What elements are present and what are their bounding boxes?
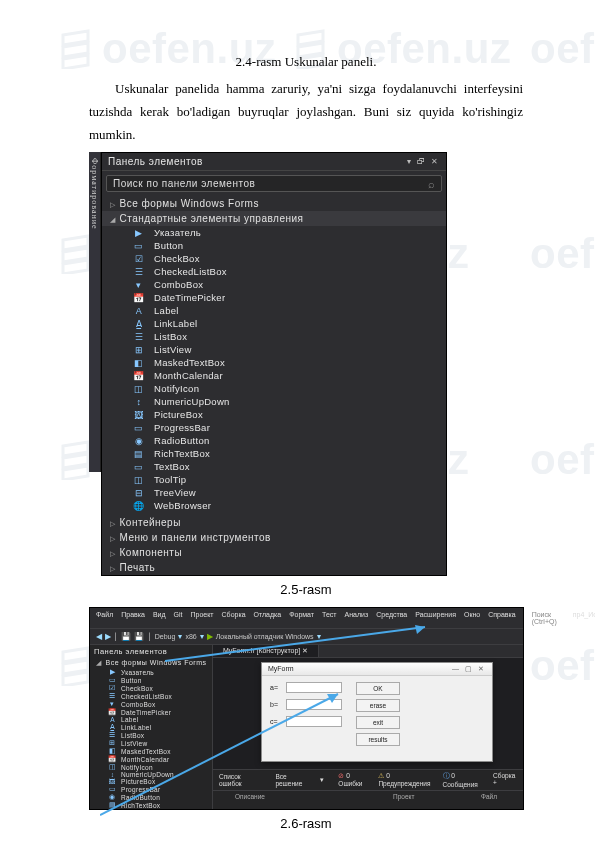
tool-item[interactable]: ◫NotifyIcon: [90, 763, 212, 771]
tool-label: DateTimePicker: [121, 709, 171, 716]
fwd-icon[interactable]: ▶: [105, 632, 111, 641]
toolbox-search[interactable]: Поиск по панели элементов ⌕: [106, 175, 442, 192]
solution-combo[interactable]: Все решение: [275, 773, 310, 787]
section-collapsed[interactable]: Меню и панели инструментов: [102, 530, 446, 545]
tool-item[interactable]: ◉RadioButton: [90, 793, 212, 801]
body-paragraph: Uskunalar panelida hamma zaruriy, ya'ni …: [89, 78, 523, 146]
back-icon[interactable]: ◀: [96, 632, 102, 641]
tool-item[interactable]: ☑CheckBox: [102, 252, 446, 265]
form-button[interactable]: erase: [356, 699, 400, 712]
tool-item[interactable]: ☰CheckedListBox: [90, 692, 212, 700]
tool-icon: 🌐: [132, 501, 146, 511]
form-button[interactable]: exit: [356, 716, 400, 729]
chevron-down-icon[interactable]: ▾: [178, 632, 182, 641]
ide-designer[interactable]: MyForm — ▢ ✕ a=b=c= OKeraseexitresults: [213, 658, 523, 769]
tool-item[interactable]: ▾ComboBox: [102, 278, 446, 291]
tool-item[interactable]: ▭Button: [102, 239, 446, 252]
error-filter[interactable]: 0 Предупреждения: [378, 772, 434, 788]
section-std-controls[interactable]: Стандартные элементы управления: [102, 211, 446, 226]
tool-item[interactable]: ▭Button: [90, 676, 212, 684]
chevron-down-icon[interactable]: ▾: [320, 776, 324, 784]
figure-caption-26: 2.6-rasm: [89, 816, 523, 831]
tool-item[interactable]: 🖼PictureBox: [102, 408, 446, 421]
saveall-icon[interactable]: 💾: [134, 632, 144, 641]
form-textbox[interactable]: [286, 716, 342, 727]
menu-item[interactable]: Файл: [96, 611, 113, 625]
menu-item[interactable]: Отладка: [254, 611, 282, 625]
menu-item[interactable]: Сборка: [222, 611, 246, 625]
form-textbox[interactable]: [286, 699, 342, 710]
tool-item[interactable]: 🖼PictureBox: [90, 778, 212, 785]
tool-item[interactable]: ALabel: [102, 304, 446, 317]
menu-item[interactable]: Вид: [153, 611, 166, 625]
tool-item[interactable]: ⊟TreeView: [102, 486, 446, 499]
tool-item[interactable]: ⊞ListView: [90, 739, 212, 747]
menu-item[interactable]: Проект: [191, 611, 214, 625]
tool-item[interactable]: ▭ProgressBar: [90, 785, 212, 793]
chevron-down-icon[interactable]: ▾: [200, 632, 204, 641]
tool-item[interactable]: ◫ToolTip: [102, 473, 446, 486]
menu-item[interactable]: Средства: [376, 611, 407, 625]
section-collapsed[interactable]: Контейнеры: [102, 515, 446, 530]
tool-item[interactable]: ▶Указатель: [90, 668, 212, 676]
form-button[interactable]: OK: [356, 682, 400, 695]
menu-item[interactable]: Git: [174, 611, 183, 625]
section-all-forms[interactable]: Все формы Windows Forms: [102, 196, 446, 211]
tool-item[interactable]: ▶Указатель: [102, 226, 446, 239]
tool-item[interactable]: ⊞ListView: [102, 343, 446, 356]
menu-item[interactable]: Анализ: [345, 611, 369, 625]
winform-preview[interactable]: MyForm — ▢ ✕ a=b=c= OKeraseexitresults: [261, 662, 493, 762]
menu-item[interactable]: Справка: [488, 611, 515, 625]
tool-item[interactable]: ◧MaskedTextBox: [102, 356, 446, 369]
menu-item[interactable]: Окно: [464, 611, 480, 625]
menu-item[interactable]: Формат: [289, 611, 314, 625]
chevron-down-icon[interactable]: ▾: [317, 632, 321, 641]
tool-item[interactable]: ▤RichTextBox: [90, 801, 212, 809]
debug-combo[interactable]: Debug: [155, 633, 176, 640]
section-collapsed[interactable]: Печать: [102, 560, 446, 575]
tool-item[interactable]: 📅DateTimePicker: [90, 708, 212, 716]
tool-label: CheckBox: [121, 685, 153, 692]
section-collapsed[interactable]: Компоненты: [102, 545, 446, 560]
titlebar-icons[interactable]: ▾ 🗗 ✕: [407, 157, 440, 166]
start-icon[interactable]: ▶: [207, 632, 213, 641]
tool-item[interactable]: ☑CheckBox: [90, 684, 212, 692]
tool-item[interactable]: ▭TextBox: [102, 460, 446, 473]
close-icon[interactable]: ✕: [302, 647, 308, 654]
error-filter[interactable]: Сборка +: [493, 772, 517, 788]
form-button[interactable]: results: [356, 733, 400, 746]
tool-item[interactable]: ◉RadioButton: [102, 434, 446, 447]
tab-designer[interactable]: MyForm.h [Конструктор] ✕: [213, 645, 319, 657]
tool-item[interactable]: ↕NumericUpDown: [102, 395, 446, 408]
side-tab[interactable]: Форматирование: [89, 152, 101, 472]
form-textbox[interactable]: [286, 682, 342, 693]
menu-item[interactable]: Тест: [322, 611, 336, 625]
tool-icon: ⊟: [132, 488, 146, 498]
tool-item[interactable]: 📅MonthCalendar: [90, 755, 212, 763]
tool-item[interactable]: ALabel: [90, 716, 212, 723]
tool-item[interactable]: ▭ProgressBar: [102, 421, 446, 434]
tool-item[interactable]: ▤RichTextBox: [102, 447, 446, 460]
start-label[interactable]: Локальный отладчик Windows: [216, 633, 314, 640]
tool-item[interactable]: 🌐WebBrowser: [102, 499, 446, 512]
tool-item[interactable]: 📅MonthCalendar: [102, 369, 446, 382]
tool-item[interactable]: A̲LinkLabel: [90, 723, 212, 731]
error-filter[interactable]: 0 Сообщения: [443, 772, 486, 788]
error-filter[interactable]: 0 Ошибки: [338, 772, 370, 788]
menu-item[interactable]: Правка: [121, 611, 145, 625]
tool-item[interactable]: ☰CheckedListBox: [102, 265, 446, 278]
save-icon[interactable]: 💾: [121, 632, 131, 641]
cpu-combo[interactable]: x86: [185, 633, 196, 640]
tool-item[interactable]: ☰ListBox: [102, 330, 446, 343]
ide-section-allforms[interactable]: Все формы Windows Forms: [90, 658, 212, 668]
tool-item[interactable]: 📅DateTimePicker: [102, 291, 446, 304]
tool-item[interactable]: ↕NumericUpDown: [90, 771, 212, 778]
tool-item[interactable]: ☰ListBox: [90, 731, 212, 739]
winform-controls[interactable]: — ▢ ✕: [452, 665, 486, 673]
tool-item[interactable]: ◫NotifyIcon: [102, 382, 446, 395]
global-search[interactable]: Поиск (Ctrl+Q): [532, 611, 557, 625]
tool-icon: ☑: [108, 684, 117, 692]
tool-label: PictureBox: [121, 778, 155, 785]
menu-item[interactable]: Расширения: [415, 611, 456, 625]
tool-item[interactable]: A̲LinkLabel: [102, 317, 446, 330]
